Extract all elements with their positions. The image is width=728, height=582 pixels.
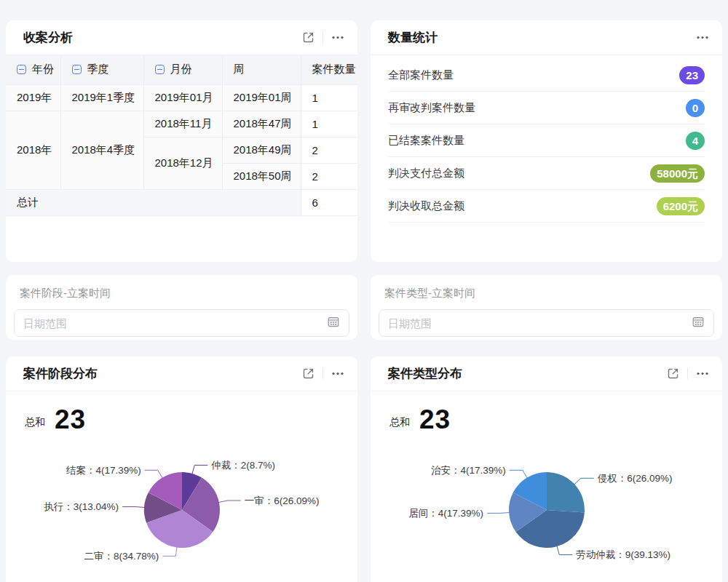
card-title: 案件类型分布 (388, 365, 667, 382)
total-value: 23 (55, 406, 86, 433)
total-summary: 总和 23 (6, 391, 357, 433)
stat-badge: 0 (686, 99, 705, 117)
more-icon[interactable] (696, 36, 709, 39)
table-cell: 2 (301, 163, 357, 189)
table-cell: 总计 (6, 189, 301, 215)
stat-badge: 23 (679, 66, 705, 84)
stat-label: 判决收取总金额 (388, 199, 464, 213)
table-cell: 2019年1季度 (60, 84, 143, 111)
table-cell: 2018年11月 (143, 111, 222, 137)
table-cell: 1 (301, 84, 357, 111)
table-cell: 2018年4季度 (60, 111, 143, 189)
pie-label: 劳动仲裁：9(39.13%) (576, 549, 670, 560)
pie-label-line (218, 501, 241, 503)
stat-row: 判决收取总金额6200元 (388, 190, 705, 223)
stat-badge: 4 (686, 132, 705, 150)
case-analysis-card: 收案分析 年份季度月份周案件数量 2019年2019年1季度2019年01月20… (6, 20, 357, 262)
column-header: 周 (222, 55, 301, 84)
stage-filter-card: 案件阶段-立案时间 (6, 275, 357, 340)
icon-divider (323, 368, 323, 379)
pie-label: 仲裁：2(8.7%) (210, 460, 275, 471)
stats-card: 数量统计 全部案件数量23再审改判案件数量0已结案案件数量4判决支付总金额580… (371, 20, 722, 262)
expand-icon[interactable] (302, 367, 314, 380)
more-icon[interactable] (331, 372, 344, 375)
stat-label: 再审改判案件数量 (388, 101, 475, 115)
table-cell: 2018年 (6, 111, 60, 189)
card-header: 案件阶段分布 (6, 356, 357, 391)
pie-label: 居间：4(17.39%) (408, 508, 483, 519)
stat-row: 全部案件数量23 (388, 59, 705, 92)
pie-label: 侵权：6(26.09%) (597, 473, 673, 484)
pie-label-line (192, 465, 208, 474)
collapse-icon[interactable] (72, 65, 82, 74)
table-cell: 2018年47周 (222, 111, 301, 137)
type-filter-card: 案件类型-立案时间 (371, 275, 722, 340)
pie-slice[interactable] (547, 472, 585, 513)
card-title: 数量统计 (388, 29, 696, 46)
pie-label-line (122, 507, 145, 508)
column-header: 年份 (6, 55, 60, 84)
collapse-icon[interactable] (155, 65, 165, 74)
card-header: 收案分析 (6, 20, 357, 55)
pivot-table: 年份季度月份周案件数量 2019年2019年1季度2019年01月2019年01… (6, 55, 357, 216)
card-title: 案件阶段分布 (23, 365, 302, 382)
more-icon[interactable] (696, 372, 709, 375)
pie-label-line (574, 478, 594, 485)
type-pie-chart: 侵权：6(26.09%)劳动仲裁：9(39.13%)居间：4(17.39%)治安… (371, 434, 722, 582)
filter-label: 案件类型-立案时间 (384, 287, 714, 300)
column-header: 月份 (143, 55, 222, 84)
stat-badge: 58000元 (650, 164, 705, 183)
expand-icon[interactable] (302, 31, 314, 44)
total-value: 23 (419, 406, 451, 433)
stat-row: 已结案案件数量4 (388, 124, 705, 157)
icon-divider (323, 32, 323, 43)
expand-icon[interactable] (667, 367, 679, 380)
more-icon[interactable] (331, 36, 344, 39)
column-header: 季度 (60, 55, 143, 84)
table-row: 2018年2018年4季度2018年11月2018年47周1 (6, 111, 357, 137)
pie-label-line (510, 470, 528, 478)
total-label: 总和 (25, 416, 45, 433)
pie-label: 二审：8(34.78%) (84, 551, 159, 562)
stat-badge: 6200元 (657, 197, 705, 215)
pie-label-line (162, 547, 177, 557)
card-title: 收案分析 (23, 29, 302, 46)
table-cell: 2018年12月 (143, 137, 222, 189)
calendar-icon[interactable] (327, 315, 340, 331)
table-row: 2019年2019年1季度2019年01月2019年01周1 (6, 84, 357, 111)
stat-label: 全部案件数量 (388, 68, 454, 82)
date-range-field[interactable] (23, 317, 327, 330)
filter-label: 案件阶段-立案时间 (20, 287, 349, 300)
stage-pie-chart: 仲裁：2(8.7%)一审：6(26.09%)二审：8(34.78%)执行：3(1… (6, 434, 357, 582)
pie-label-line (557, 546, 573, 555)
pie-label-line (487, 513, 510, 514)
table-cell: 2019年 (6, 84, 60, 111)
pie-label-line (145, 470, 163, 478)
table-cell: 2018年50周 (222, 163, 301, 189)
card-header: 案件类型分布 (371, 356, 722, 391)
table-cell: 2019年01月 (143, 84, 222, 111)
pie-label: 执行：3(13.04%) (44, 501, 119, 512)
type-pie-card: 案件类型分布 总和 23 侵权：6(26.09%)劳动仲裁：9(39.13%)居… (371, 356, 722, 582)
table-row: 总计6 (6, 189, 357, 215)
stat-row: 判决支付总金额58000元 (388, 157, 705, 190)
table-cell: 2 (301, 137, 357, 163)
pie-label: 结案：4(17.39%) (66, 465, 141, 476)
table-cell: 6 (301, 189, 357, 215)
table-cell: 1 (301, 111, 357, 137)
stat-row: 再审改判案件数量0 (388, 92, 705, 124)
collapse-icon[interactable] (17, 65, 26, 74)
stat-label: 判决支付总金额 (388, 167, 464, 180)
stat-label: 已结案案件数量 (388, 134, 464, 148)
total-label: 总和 (389, 416, 410, 433)
column-header: 案件数量 (301, 55, 357, 84)
date-range-input[interactable] (14, 309, 349, 337)
calendar-icon[interactable] (692, 315, 705, 331)
table-cell: 2019年01周 (222, 84, 301, 111)
card-header: 数量统计 (371, 20, 722, 55)
total-summary: 总和 23 (371, 391, 722, 433)
date-range-input[interactable] (379, 309, 714, 337)
pie-label: 治安：4(17.39%) (431, 465, 506, 476)
stat-list: 全部案件数量23再审改判案件数量0已结案案件数量4判决支付总金额58000元判决… (371, 55, 722, 223)
date-range-field[interactable] (388, 317, 692, 330)
